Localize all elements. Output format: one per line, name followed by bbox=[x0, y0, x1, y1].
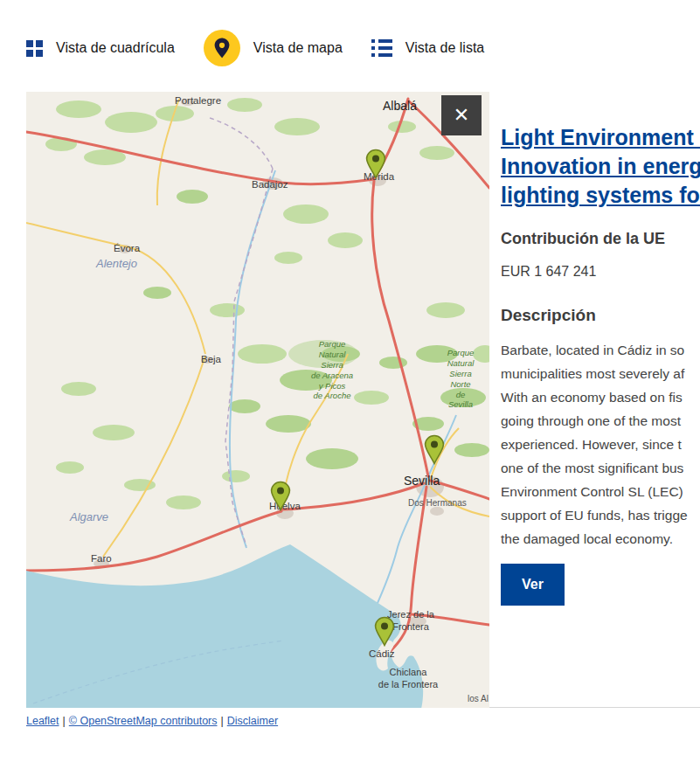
map-place-label: Alentejo bbox=[96, 257, 137, 271]
map-place-label: Algarve bbox=[70, 510, 108, 524]
description-line: going through one of the most bbox=[501, 409, 700, 433]
map-place-label: Dos Hermanas bbox=[408, 498, 467, 509]
attribution-separator: | bbox=[221, 715, 224, 727]
ver-button[interactable]: Ver bbox=[501, 564, 565, 606]
description-line: support of EU funds, has trigge bbox=[501, 503, 700, 527]
description-line: Barbate, located in Cádiz in so bbox=[501, 338, 700, 362]
description-line: Environment Control SL (LEC) bbox=[501, 480, 700, 503]
list-view-label: Vista de lista bbox=[405, 40, 484, 56]
eu-contribution-label: Contribución de la UE bbox=[501, 230, 700, 248]
description-heading: Descripción bbox=[501, 306, 700, 325]
map-place-label: Chiclana de la Frontera bbox=[378, 667, 438, 691]
description-line: With an economy based on fis bbox=[501, 385, 700, 409]
map-place-label: los Al bbox=[468, 694, 489, 705]
page: Vista de cuadrícula Vista de mapa Vista … bbox=[0, 0, 700, 776]
map-place-label: Évora bbox=[114, 242, 140, 254]
map-place-label: Cádiz bbox=[369, 648, 394, 660]
description-line: one of the most significant bus bbox=[501, 456, 700, 480]
project-title-link[interactable]: Light Environment C Innovation in energy… bbox=[501, 123, 700, 210]
map-marker-icon[interactable] bbox=[270, 481, 291, 511]
project-title-line: Light Environment C bbox=[501, 123, 700, 152]
map-marker-icon[interactable] bbox=[374, 616, 395, 647]
map-place-label: Albalá bbox=[383, 99, 417, 114]
description-text: Barbate, located in Cádiz in somunicipal… bbox=[501, 338, 700, 551]
map-place-label: Parque Natural Sierra Norte de Sevilla bbox=[447, 348, 475, 410]
list-icon bbox=[371, 39, 392, 57]
close-button[interactable]: ✕ bbox=[441, 95, 482, 135]
grid-view-button[interactable]: Vista de cuadrícula bbox=[26, 40, 175, 57]
description-line: municipalities most severely af bbox=[501, 362, 700, 385]
project-title-line: lighting systems for bbox=[501, 181, 700, 210]
view-toolbar: Vista de cuadrícula Vista de mapa Vista … bbox=[26, 24, 484, 72]
map-place-label: Sevilla bbox=[404, 474, 440, 489]
map-place-label: Faro bbox=[91, 552, 112, 565]
map-view-button[interactable]: Vista de mapa bbox=[204, 30, 343, 66]
description-line: the damaged local economy. bbox=[501, 527, 700, 551]
map-marker-icon[interactable] bbox=[365, 149, 386, 179]
map-place-label: Badajoz bbox=[252, 178, 288, 191]
map-view-label: Vista de mapa bbox=[253, 40, 343, 56]
grid-view-label: Vista de cuadrícula bbox=[56, 40, 175, 56]
project-title-line: Innovation in energy bbox=[501, 152, 700, 181]
leaflet-link[interactable]: Leaflet bbox=[26, 715, 59, 727]
list-view-button[interactable]: Vista de lista bbox=[371, 39, 484, 57]
eu-contribution-value: EUR 1 647 241 bbox=[501, 264, 700, 280]
detail-panel: Light Environment C Innovation in energy… bbox=[489, 92, 700, 708]
map-place-label: Portalegre bbox=[175, 94, 221, 107]
grid-icon bbox=[26, 40, 43, 57]
map-pin-icon bbox=[204, 30, 240, 66]
map-place-label: Beja bbox=[201, 353, 221, 365]
description-line: experienced. However, since t bbox=[501, 433, 700, 456]
attribution-separator: | bbox=[63, 715, 66, 727]
map-place-label: Parque Natural Sierra de Aracena y Picos… bbox=[311, 339, 353, 401]
osm-link[interactable]: © OpenStreetMap contributors bbox=[69, 715, 218, 727]
map-marker-icon[interactable] bbox=[424, 434, 445, 465]
map-attribution: Leaflet|© OpenStreetMap contributors|Dis… bbox=[26, 715, 278, 727]
disclaimer-link[interactable]: Disclaimer bbox=[227, 715, 278, 727]
map-container[interactable]: PortalegreAlbaláMéridaBadajozÉvoraAlente… bbox=[26, 92, 489, 708]
